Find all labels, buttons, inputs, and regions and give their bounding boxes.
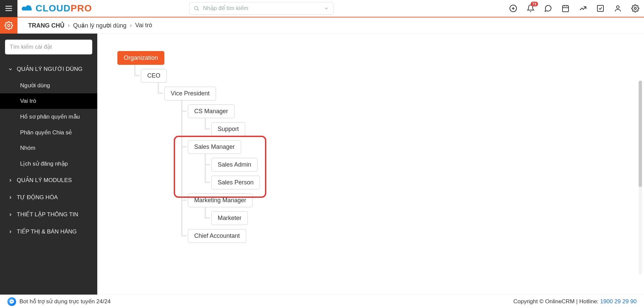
tree-node-sales-admin[interactable]: Sales Admin [211, 158, 258, 172]
svg-point-15 [8, 24, 10, 27]
sidebar-item-login-history[interactable]: Lịch sử đăng nhập [0, 156, 97, 172]
sidebar-cat-label: QUẢN LÝ NGƯỜI DÙNG [17, 65, 83, 73]
settings-button[interactable] [631, 4, 639, 12]
breadcrumb-sep: › [130, 22, 132, 29]
sidebar-item-profiles[interactable]: Hồ sơ phân quyền mẫu [0, 109, 97, 125]
sidebar-cat-config[interactable]: THIẾT LẬP THÔNG TIN [0, 206, 97, 223]
chevron-right-icon [8, 195, 13, 200]
sidebar-cat-label: TỰ ĐỘNG HÓA [17, 194, 58, 201]
footer-left: Bot hỗ trợ sử dụng trực tuyến 24/24 [7, 297, 111, 306]
tree-node-support[interactable]: Support [211, 122, 245, 136]
top-bar: CLOUDPRO 73 [0, 0, 644, 17]
breadcrumb-level2: Vai trò [135, 22, 152, 29]
chevron-right-icon [8, 229, 13, 234]
search-icon [194, 5, 200, 11]
footer-hotline-link[interactable]: 1900 29 29 90 [600, 298, 637, 305]
tree-node-vp[interactable]: Vice President [164, 87, 216, 100]
sidebar-item-users[interactable]: Người dùng [0, 78, 97, 93]
footer-bar: Bot hỗ trợ sử dụng trực tuyến 24/24 Copy… [0, 295, 644, 308]
tree-node-ceo[interactable]: CEO [141, 69, 167, 83]
app-logo[interactable]: CLOUDPRO [21, 3, 92, 14]
sidebar-cat-label: THIẾT LẬP THÔNG TIN [17, 211, 78, 218]
menu-toggle-button[interactable] [0, 0, 17, 17]
tree-node-sales-manager[interactable]: Sales Manager [188, 140, 241, 154]
breadcrumb: TRANG CHỦ › Quản lý người dùng › Vai trò [17, 22, 152, 29]
chevron-down-icon[interactable] [324, 6, 329, 11]
add-button[interactable] [509, 4, 517, 12]
chevron-down-icon [8, 67, 13, 72]
role-tree: Organization CEO Vice President CS Manag… [117, 47, 644, 243]
footer-copyright: Copyright © OnlineCRM | Hotline: [513, 298, 600, 305]
profile-button[interactable] [614, 4, 622, 12]
tree-node-cs-manager[interactable]: CS Manager [188, 104, 234, 118]
settings-sidebar: QUẢN LÝ NGƯỜI DÙNG Người dùng Vai trò Hồ… [0, 34, 97, 295]
chat-button[interactable] [544, 4, 552, 12]
svg-point-14 [634, 7, 636, 9]
scrollbar-thumb[interactable] [639, 81, 642, 187]
tasks-button[interactable] [596, 4, 604, 12]
search-input[interactable] [203, 5, 324, 12]
breadcrumb-level1[interactable]: Quản lý người dùng [73, 22, 126, 29]
svg-rect-8 [562, 6, 569, 12]
cloud-icon [21, 3, 34, 13]
footer-bot-text: Bot hỗ trợ sử dụng trực tuyến 24/24 [19, 298, 111, 305]
sidebar-search [5, 40, 92, 54]
main-area: QUẢN LÝ NGƯỜI DÙNG Người dùng Vai trò Hồ… [0, 34, 644, 295]
breadcrumb-bar: TRANG CHỦ › Quản lý người dùng › Vai trò [0, 17, 644, 34]
notifications-button[interactable]: 73 [527, 4, 535, 12]
svg-point-13 [616, 6, 619, 8]
reports-button[interactable] [579, 4, 587, 12]
logo-text-pro: PRO [71, 3, 92, 14]
tree-node-sales-person[interactable]: Sales Person [211, 176, 260, 189]
breadcrumb-sep: › [68, 22, 70, 29]
svg-rect-12 [597, 5, 603, 11]
tree-node-organization[interactable]: Organization [117, 51, 164, 65]
logo-text-cloud: CLOUD [36, 3, 71, 14]
sidebar-search-input[interactable] [5, 40, 92, 54]
sidebar-cat-automation[interactable]: TỰ ĐỘNG HÓA [0, 189, 97, 206]
notification-badge: 73 [531, 2, 538, 6]
tree-node-chief-accountant[interactable]: Chief Accountant [188, 229, 246, 243]
svg-line-4 [198, 9, 199, 10]
chevron-right-icon [8, 212, 13, 217]
sidebar-cat-user-management[interactable]: QUẢN LÝ NGƯỜI DÙNG [0, 60, 97, 78]
tree-node-marketer[interactable]: Marketer [211, 211, 248, 225]
top-icon-bar: 73 [509, 4, 639, 12]
sidebar-item-sharing[interactable]: Phân quyền Chia sẻ [0, 125, 97, 140]
breadcrumb-home[interactable]: TRANG CHỦ [28, 22, 64, 29]
calendar-button[interactable] [561, 4, 570, 12]
sidebar-item-groups[interactable]: Nhóm [0, 140, 97, 156]
messenger-icon[interactable] [7, 297, 16, 306]
svg-point-3 [195, 6, 198, 10]
sidebar-item-roles[interactable]: Vai trò [0, 93, 97, 109]
sidebar-cat-label: TIẾP THỊ & BÁN HÀNG [17, 228, 77, 235]
footer-right: Copyright © OnlineCRM | Hotline: 1900 29… [513, 298, 637, 305]
sidebar-cat-marketing[interactable]: TIẾP THỊ & BÁN HÀNG [0, 223, 97, 240]
sidebar-cat-label: QUẢN LÝ MODULES [17, 177, 72, 184]
sidebar-cat-modules[interactable]: QUẢN LÝ MODULES [0, 172, 97, 189]
content-area: Organization CEO Vice President CS Manag… [97, 34, 644, 295]
tree-node-marketing-manager[interactable]: Marketing Manager [188, 193, 253, 207]
settings-panel-button[interactable] [0, 17, 17, 34]
chevron-right-icon [8, 178, 13, 183]
scrollbar-track[interactable] [639, 81, 642, 274]
global-search[interactable] [189, 2, 333, 15]
